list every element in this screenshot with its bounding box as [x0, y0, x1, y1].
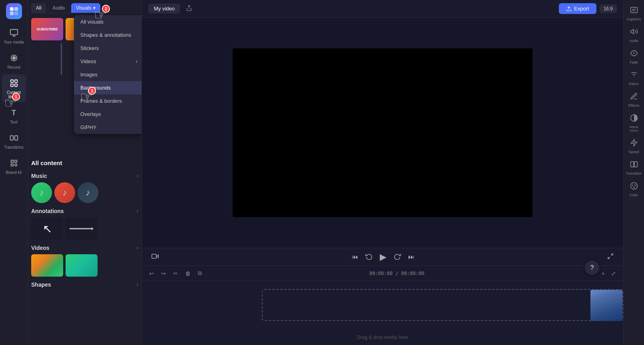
svg-point-29 — [632, 185, 633, 186]
annotation-item[interactable] — [66, 217, 98, 240]
transition-icon — [630, 160, 638, 170]
svg-rect-8 — [14, 80, 17, 82]
skip-back-button[interactable]: ⏮ — [350, 252, 360, 262]
right-item-filters[interactable]: Filters — [625, 68, 643, 89]
dropdown-all-visuals[interactable]: All visuals — [74, 15, 142, 28]
sidebar-item-text[interactable]: T Text — [2, 104, 26, 128]
color-icon — [630, 182, 638, 192]
tab-all[interactable]: All — [31, 3, 46, 13]
my-video-button[interactable]: My video — [148, 4, 180, 14]
dropdown-images[interactable]: Images — [74, 68, 142, 81]
sidebar-item-label: Record — [7, 65, 20, 70]
svg-line-18 — [611, 254, 613, 256]
fit-view-button[interactable]: ⤢ — [609, 269, 618, 278]
annotations-grid: ↖ — [31, 217, 138, 240]
video-item[interactable] — [66, 254, 98, 277]
right-item-audio[interactable]: Audio — [625, 25, 643, 46]
shapes-section-header: Shapes › — [31, 281, 138, 288]
dropdown-overlays[interactable]: Overlays — [74, 108, 142, 121]
zoom-in-button[interactable]: + — [599, 269, 607, 278]
all-content-label: All content — [31, 156, 138, 168]
transitions-icon — [8, 132, 20, 144]
annotations-more[interactable]: › — [137, 208, 138, 214]
svg-rect-10 — [14, 84, 17, 86]
panel-tabs: All Audio Visuals ▾ — [28, 0, 142, 13]
sidebar-item-label: Your media — [4, 40, 24, 44]
undo-button[interactable]: ↩ — [147, 269, 156, 278]
skip-forward-button[interactable]: ⏭ — [407, 252, 416, 262]
svg-line-19 — [608, 257, 610, 259]
captions-icon — [630, 6, 638, 16]
cut-button[interactable]: ✂ — [171, 269, 180, 278]
right-item-speed[interactable]: Speed — [625, 136, 643, 157]
dropdown-backgrounds[interactable]: Backgrounds — [74, 81, 142, 94]
right-item-fade[interactable]: Fade — [625, 46, 643, 67]
play-button[interactable]: ▶ — [378, 250, 388, 264]
video-item[interactable] — [31, 254, 63, 277]
fullscreen-button[interactable] — [606, 251, 615, 263]
dropdown-frames[interactable]: Frames & borders — [74, 94, 142, 108]
music-item[interactable]: ♪ — [54, 182, 75, 203]
svg-marker-21 — [630, 29, 634, 34]
right-item-color[interactable]: Color — [625, 179, 643, 200]
top-bar-left: My video — [148, 3, 195, 14]
arrow-right-icon: › — [136, 58, 138, 64]
scroll-handle[interactable] — [61, 43, 62, 75]
sidebar-item-your-media[interactable]: Your media — [2, 24, 26, 48]
visuals-dropdown: All visuals Shapes & annotations Sticker… — [74, 15, 142, 134]
dropdown-shapes[interactable]: Shapes & annotations — [74, 28, 142, 42]
chevron-down-icon: ▾ — [93, 5, 96, 11]
main-area: My video Export 16:9 — [142, 0, 623, 345]
share-icon-btn[interactable] — [183, 3, 195, 14]
export-button[interactable]: Export — [559, 3, 596, 14]
redo-button[interactable]: ↪ — [159, 269, 168, 278]
svg-rect-0 — [10, 7, 14, 11]
right-item-transition[interactable]: Transition — [625, 158, 643, 178]
music-item[interactable]: ♪ — [31, 182, 52, 203]
videos-more[interactable]: › — [137, 245, 138, 251]
dropdown-videos[interactable]: Videos › — [74, 55, 142, 68]
dropdown-giphy[interactable]: GIPHY — [74, 121, 142, 134]
timeline-clip[interactable] — [590, 290, 622, 321]
annotation-item[interactable]: ↖ — [31, 217, 63, 240]
panel-content: All content Music › ♪ ♪ ♪ Annotations › … — [28, 153, 142, 345]
forward-button[interactable] — [392, 251, 403, 263]
top-bar-right: Export 16:9 — [559, 3, 617, 14]
annotations-title: Annotations — [31, 208, 64, 214]
music-more[interactable]: › — [137, 173, 138, 179]
svg-rect-4 — [10, 30, 17, 35]
right-item-adjust[interactable]: Adjust colors — [625, 111, 643, 135]
music-item[interactable]: ♪ — [78, 182, 98, 203]
help-button[interactable]: ? — [585, 261, 599, 275]
shapes-more[interactable]: › — [137, 282, 138, 287]
right-item-captions[interactable]: Captions — [625, 3, 643, 24]
rewind-button[interactable] — [364, 251, 374, 263]
delete-button[interactable]: 🗑 — [183, 269, 193, 278]
adjust-icon — [630, 114, 638, 124]
svg-point-6 — [12, 56, 15, 59]
videos-title: Videos — [31, 245, 50, 251]
svg-rect-11 — [10, 136, 13, 140]
svg-point-30 — [634, 185, 636, 186]
svg-point-31 — [633, 187, 634, 188]
timeline-track[interactable] — [262, 289, 623, 321]
video-canvas — [233, 48, 532, 217]
sidebar-item-record[interactable]: Record — [2, 49, 26, 73]
tab-audio[interactable]: Audio — [48, 3, 70, 13]
dropdown-stickers[interactable]: Stickers — [74, 42, 142, 55]
audio-icon — [630, 28, 638, 38]
annotations-section-header: Annotations › — [31, 208, 138, 214]
sidebar-item-brand-kit[interactable]: Brand kit — [2, 154, 26, 178]
camera-btn[interactable] — [150, 251, 160, 263]
sidebar-item-content-library[interactable]: Content library — [2, 74, 26, 102]
sidebar-item-transitions[interactable]: Transitions — [2, 129, 26, 153]
fade-icon — [630, 49, 638, 59]
content-thumbnail[interactable]: SUBSCRIBE — [31, 18, 63, 40]
tab-visuals[interactable]: Visuals ▾ — [71, 3, 100, 13]
right-item-effects[interactable]: Effects — [625, 90, 643, 110]
record-icon — [8, 52, 20, 64]
svg-rect-27 — [634, 162, 637, 167]
sidebar-item-label: Content library — [4, 90, 24, 99]
text-icon: T — [8, 107, 20, 118]
duplicate-button[interactable]: ⧉ — [195, 268, 204, 278]
